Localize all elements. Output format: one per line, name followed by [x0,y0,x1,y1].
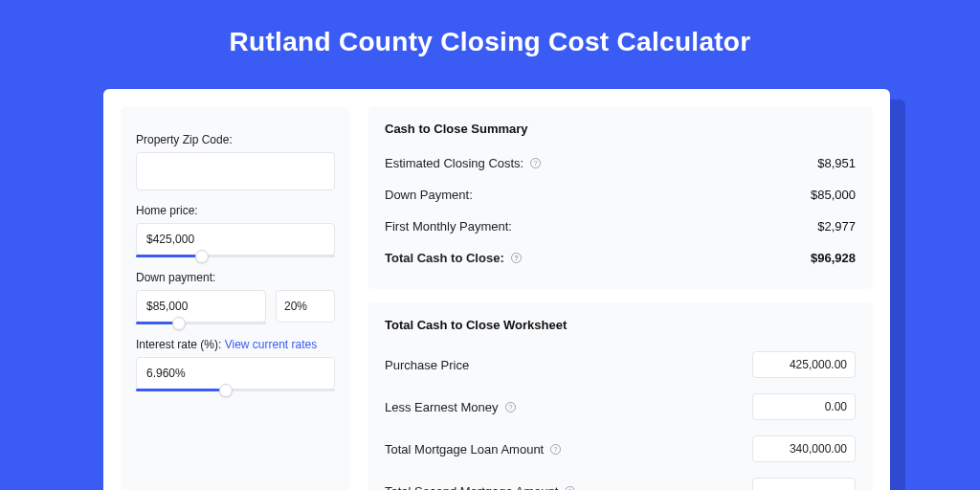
svg-text:?: ? [508,402,512,411]
help-icon[interactable]: ? [564,485,576,491]
worksheet-label: Purchase Price [385,358,469,372]
zip-input[interactable] [136,152,335,190]
summary-label: Down Payment: [385,188,473,202]
calculator-panel: Property Zip Code: Home price: Down paym… [103,89,890,490]
summary-card: Cash to Close Summary Estimated Closing … [368,106,873,289]
results-column: Cash to Close Summary Estimated Closing … [368,106,873,490]
down-payment-slider-wrap [136,290,266,324]
down-payment-row [136,290,335,324]
summary-row-closing-costs: Estimated Closing Costs: ? $8,951 [385,147,856,179]
worksheet-row-earnest-money: Less Earnest Money ? [385,386,856,428]
help-icon[interactable]: ? [510,252,523,264]
worksheet-row-purchase-price: Purchase Price [385,344,856,386]
svg-text:?: ? [514,254,519,262]
slider-thumb[interactable] [172,317,186,330]
down-payment-input[interactable] [136,290,266,323]
summary-value: $8,951 [817,156,856,170]
worksheet-input[interactable] [752,478,856,490]
help-icon[interactable]: ? [504,401,517,413]
page-title: Rutland County Closing Cost Calculator [0,0,980,80]
slider-thumb[interactable] [195,250,209,263]
interest-label-row: Interest rate (%): View current rates [136,338,335,351]
summary-label: Estimated Closing Costs: [385,156,523,170]
help-icon[interactable]: ? [529,157,542,169]
summary-row-first-payment: First Monthly Payment: $2,977 [385,211,856,242]
worksheet-input[interactable] [752,393,856,420]
view-rates-link[interactable]: View current rates [225,338,318,351]
worksheet-label: Total Second Mortgage Amount [385,484,558,491]
summary-total-label: Total Cash to Close: [385,251,504,265]
worksheet-label: Total Mortgage Loan Amount [385,442,544,457]
worksheet-card: Total Cash to Close Worksheet Purchase P… [368,302,873,490]
down-payment-label: Down payment: [136,271,335,284]
svg-text:?: ? [534,159,538,167]
home-price-label: Home price: [136,204,335,217]
down-payment-pct-input[interactable] [276,290,335,323]
home-price-slider-wrap [136,223,335,257]
worksheet-label: Less Earnest Money [385,400,499,414]
summary-row-total: Total Cash to Close: ? $96,928 [385,242,856,274]
help-icon[interactable]: ? [549,443,562,456]
worksheet-heading: Total Cash to Close Worksheet [385,318,856,332]
svg-text:?: ? [554,444,558,453]
summary-value: $2,977 [817,219,856,234]
zip-label: Property Zip Code: [136,133,335,146]
worksheet-row-second-mortgage: Total Second Mortgage Amount ? [385,470,856,490]
svg-text:?: ? [568,486,572,490]
summary-value: $85,000 [811,188,856,202]
summary-heading: Cash to Close Summary [385,122,856,136]
summary-row-down-payment: Down Payment: $85,000 [385,179,856,211]
down-payment-slider[interactable] [136,322,266,324]
worksheet-input[interactable] [752,351,856,378]
interest-input[interactable] [136,357,335,390]
home-price-slider[interactable] [136,255,335,257]
interest-slider[interactable] [136,389,335,391]
worksheet-row-mortgage-amount: Total Mortgage Loan Amount ? [385,428,856,470]
summary-total-value: $96,928 [811,251,856,265]
inputs-column: Property Zip Code: Home price: Down paym… [121,106,350,490]
interest-label: Interest rate (%): [136,338,225,351]
worksheet-input[interactable] [752,435,856,462]
slider-thumb[interactable] [219,384,233,397]
interest-slider-wrap [136,357,335,391]
home-price-input[interactable] [136,223,335,256]
summary-label: First Monthly Payment: [385,219,512,234]
